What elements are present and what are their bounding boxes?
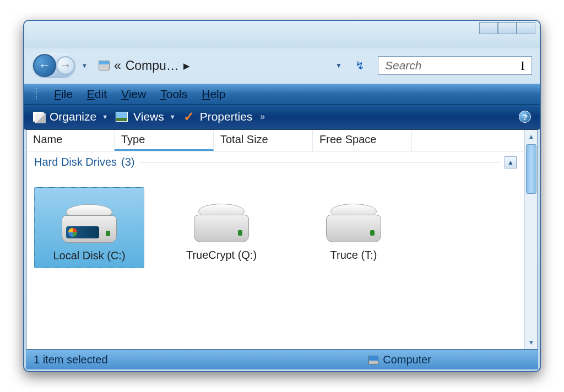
group-count: (3): [121, 156, 134, 168]
breadcrumb-separator-left: «: [114, 58, 121, 73]
column-total-size[interactable]: Total Size: [214, 130, 313, 151]
column-free-space[interactable]: Free Space: [313, 130, 412, 151]
status-location-label: Computer: [383, 353, 431, 366]
address-bar[interactable]: « Compu… ▸: [93, 58, 196, 73]
nav-buttons: ← →: [32, 53, 76, 78]
drive-label: Truce (T:): [330, 249, 377, 262]
menu-view[interactable]: View: [121, 88, 146, 101]
arrow-right-icon: →: [59, 58, 72, 73]
help-button[interactable]: ?: [519, 111, 531, 123]
menu-bar: File Edit View Tools Help: [24, 84, 540, 105]
menu-help[interactable]: Help: [202, 88, 225, 101]
drive-icon: [321, 193, 387, 242]
maximize-button[interactable]: [498, 22, 517, 34]
explorer-window: ← → ▼ « Compu… ▸ ▼ ↯ Search I File Edit …: [23, 20, 541, 372]
properties-label: Properties: [200, 110, 253, 123]
menu-edit[interactable]: Edit: [87, 88, 107, 101]
menu-tools[interactable]: Tools: [160, 88, 187, 101]
scroll-thumb[interactable]: [526, 144, 536, 194]
command-bar: Organize ▼ Views ▼ ✓ Properties » ?: [24, 105, 540, 129]
collapse-button[interactable]: ▲: [505, 156, 517, 168]
views-label: Views: [133, 110, 164, 123]
drive-label: Local Disk (C:): [53, 249, 125, 262]
breadcrumb-location[interactable]: Compu…: [126, 58, 179, 73]
back-button[interactable]: ←: [33, 54, 56, 77]
drive-local-disk-c[interactable]: Local Disk (C:): [34, 187, 144, 268]
drive-truecrypt-q[interactable]: TrueCrypt (Q:): [166, 187, 276, 268]
menu-grip-icon[interactable]: [34, 88, 37, 101]
chevron-down-icon: ▼: [102, 113, 108, 120]
drives-row: Local Disk (C:) TrueCrypt (Q:): [34, 176, 517, 279]
computer-icon: [368, 356, 378, 364]
properties-button[interactable]: ✓ Properties: [183, 109, 253, 124]
views-button[interactable]: Views ▼: [116, 110, 176, 123]
group-header[interactable]: Hard Disk Drives (3) ▲: [34, 156, 517, 168]
content-area: Name Type Total Size Free Space Hard Dis…: [26, 129, 538, 350]
main-pane: Name Type Total Size Free Space Hard Dis…: [26, 130, 524, 349]
windows-logo-icon: [68, 228, 77, 237]
drive-icon: [188, 193, 254, 242]
scroll-track[interactable]: [525, 195, 538, 336]
text-cursor-icon: I: [520, 58, 525, 73]
breadcrumb-separator-right[interactable]: ▸: [183, 58, 190, 73]
minimize-button[interactable]: [479, 22, 498, 34]
window-controls: [479, 22, 535, 34]
address-dropdown[interactable]: ▼: [330, 62, 348, 69]
computer-icon: [99, 61, 110, 70]
arrow-left-icon: ←: [39, 58, 51, 73]
search-input[interactable]: Search I: [378, 56, 532, 75]
column-name[interactable]: Name: [26, 130, 115, 151]
column-headers: Name Type Total Size Free Space: [26, 130, 524, 151]
checkmark-icon: ✓: [183, 109, 194, 124]
vertical-scrollbar[interactable]: ▲ ▼: [524, 130, 538, 349]
status-selection: 1 item selected: [34, 353, 108, 366]
titlebar: [24, 21, 540, 48]
refresh-icon[interactable]: ↯: [351, 59, 369, 72]
organize-button[interactable]: Organize ▼: [33, 110, 108, 123]
organize-icon: [33, 112, 44, 122]
file-list[interactable]: Hard Disk Drives (3) ▲: [26, 151, 524, 349]
chevron-down-icon: ▼: [170, 113, 176, 120]
scroll-down-arrow-icon[interactable]: ▼: [525, 336, 538, 349]
search-placeholder: Search: [385, 59, 422, 72]
overflow-chevron-icon[interactable]: »: [260, 112, 265, 122]
menu-file[interactable]: File: [54, 88, 73, 101]
status-location: Computer: [368, 353, 530, 366]
drive-label: TrueCrypt (Q:): [186, 249, 257, 262]
drive-icon: [56, 193, 122, 243]
group-label: Hard Disk Drives: [34, 156, 117, 168]
group-divider: [139, 162, 500, 162]
help-icon: ?: [522, 112, 527, 122]
drive-truce-t[interactable]: Truce (T:): [299, 187, 409, 268]
organize-label: Organize: [50, 110, 96, 123]
views-icon: [116, 112, 128, 122]
forward-button[interactable]: →: [56, 56, 75, 75]
chevron-up-icon: ▲: [507, 159, 514, 166]
nav-history-dropdown[interactable]: ▼: [79, 62, 90, 69]
status-bar: 1 item selected Computer: [26, 350, 538, 369]
column-type[interactable]: Type: [115, 130, 214, 151]
scroll-up-arrow-icon[interactable]: ▲: [525, 130, 538, 143]
close-button[interactable]: [517, 22, 535, 34]
navigation-row: ← → ▼ « Compu… ▸ ▼ ↯ Search I: [24, 48, 540, 84]
